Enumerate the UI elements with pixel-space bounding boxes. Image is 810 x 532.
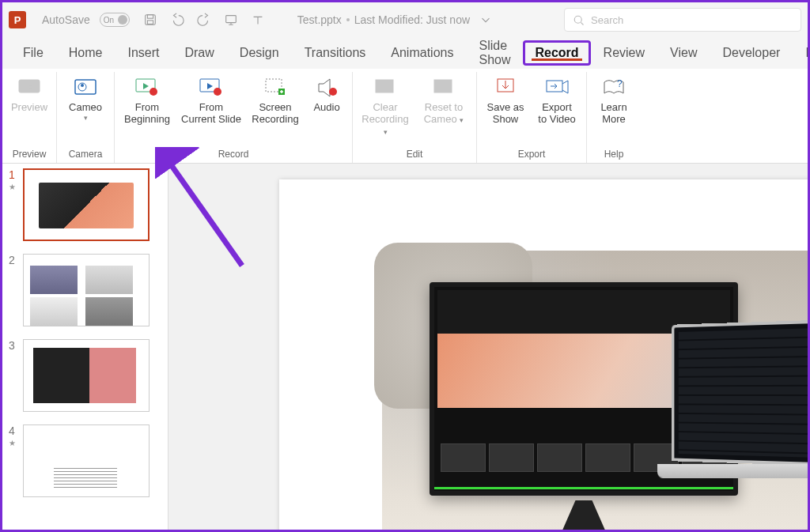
export-video-icon: [543, 75, 570, 99]
save-as-show-button[interactable]: Save as Show: [482, 74, 529, 127]
svg-marker-14: [207, 83, 213, 89]
group-preview: Preview Preview: [2, 72, 57, 163]
document-title: Test.pptx Last Modified: Just now: [297, 12, 497, 28]
group-label-preview: Preview: [7, 147, 51, 163]
tab-design[interactable]: Design: [227, 41, 292, 65]
autosave-toggle[interactable]: On: [100, 13, 130, 27]
svg-marker-11: [143, 83, 149, 89]
group-label-export: Export: [482, 147, 581, 163]
current-slide[interactable]: [279, 179, 808, 530]
autosave-label: AutoSave: [42, 13, 90, 26]
undo-icon[interactable]: [169, 12, 185, 28]
filename-label: Test.pptx: [297, 13, 342, 26]
group-label-help: Help: [592, 147, 636, 163]
search-placeholder: Search: [591, 14, 623, 26]
title-dropdown-icon[interactable]: [478, 12, 494, 28]
slide-thumbnails: 1 ★ 2 3 4 ★: [2, 164, 168, 530]
svg-point-4: [574, 16, 581, 23]
tab-home[interactable]: Home: [56, 41, 115, 65]
cameo-button[interactable]: Cameo ▾: [62, 74, 109, 123]
tab-slideshow[interactable]: Slide Show: [466, 34, 523, 72]
preview-icon: [16, 75, 43, 99]
group-label-record: Record: [119, 147, 347, 163]
slide-image: [382, 251, 808, 530]
thumbnail-3[interactable]: 3: [9, 339, 161, 412]
reset-cameo-icon: [430, 75, 457, 99]
tab-transitions[interactable]: Transitions: [292, 41, 379, 65]
screen-recording-button[interactable]: Screen Recording: [248, 74, 303, 127]
learn-more-button[interactable]: ? Learn More: [592, 74, 636, 127]
slideshow-qat-icon[interactable]: [223, 12, 239, 28]
screen-recording-icon: [262, 75, 289, 99]
svg-text:?: ?: [617, 78, 623, 89]
group-label-camera: Camera: [62, 147, 109, 163]
slide-number: 4: [9, 424, 18, 437]
slide-canvas[interactable]: [168, 164, 808, 530]
search-input[interactable]: Search: [564, 8, 801, 32]
svg-point-12: [150, 88, 157, 96]
group-help: ? Learn More Help: [587, 72, 641, 163]
tab-developer[interactable]: Developer: [710, 41, 793, 65]
svg-point-9: [81, 84, 84, 87]
tab-review[interactable]: Review: [591, 41, 657, 65]
chevron-down-icon: ▾: [84, 114, 88, 122]
svg-point-15: [214, 88, 221, 96]
save-icon[interactable]: [142, 12, 158, 28]
slide-number: 3: [9, 339, 18, 352]
clear-recording-button: Clear Recording ▾: [358, 74, 413, 139]
preview-button: Preview: [7, 74, 51, 115]
group-export: Save as Show Export to Video Export: [477, 72, 587, 163]
tab-animations[interactable]: Animations: [378, 41, 466, 65]
group-camera: Cameo ▾ Camera: [57, 72, 115, 163]
slide-number: 1: [9, 168, 18, 181]
audio-button[interactable]: Audio: [306, 74, 347, 115]
group-edit: Clear Recording ▾ Reset to Cameo ▾ Edit: [353, 72, 477, 163]
save-as-show-icon: [492, 75, 519, 99]
clear-recording-icon: [372, 75, 399, 99]
tab-insert[interactable]: Insert: [115, 41, 172, 65]
cameo-icon: [72, 75, 99, 99]
from-beginning-icon: [134, 75, 161, 99]
qat-overflow-icon[interactable]: [250, 12, 266, 28]
group-record: From Beginning From Current Slide Screen…: [115, 72, 353, 163]
redo-icon[interactable]: [196, 12, 212, 28]
animation-star-icon: ★: [9, 183, 18, 191]
tab-file[interactable]: File: [10, 41, 56, 65]
thumbnail-4[interactable]: 4 ★: [9, 424, 161, 497]
modified-label: Last Modified: Just now: [354, 13, 470, 26]
svg-rect-19: [376, 80, 393, 92]
ribbon: Preview Preview Cameo ▾ Camera From Begi: [2, 69, 808, 164]
svg-rect-1: [147, 15, 153, 19]
tab-help[interactable]: Help: [793, 41, 810, 65]
tab-record[interactable]: Record: [523, 40, 590, 66]
from-current-icon: [198, 75, 225, 99]
animation-star-icon: ★: [9, 439, 18, 447]
search-icon: [573, 14, 585, 26]
learn-more-icon: ?: [600, 75, 627, 99]
svg-rect-2: [147, 21, 153, 25]
title-bar: P AutoSave On Test.pptx Last Modified: J…: [2, 2, 808, 37]
from-current-slide-button[interactable]: From Current Slide: [178, 74, 244, 127]
export-to-video-button[interactable]: Export to Video: [532, 74, 581, 127]
svg-rect-0: [145, 15, 155, 25]
svg-point-18: [329, 88, 337, 96]
tab-view[interactable]: View: [657, 41, 710, 65]
ribbon-tabs: File Home Insert Draw Design Transitions…: [2, 37, 808, 69]
group-label-edit: Edit: [358, 147, 471, 163]
reset-to-cameo-button: Reset to Cameo ▾: [416, 74, 471, 127]
audio-icon: [313, 75, 340, 99]
svg-point-21: [440, 83, 446, 89]
thumbnail-1[interactable]: 1 ★: [9, 168, 161, 241]
svg-rect-3: [225, 16, 236, 23]
app-icon: P: [9, 11, 26, 28]
workspace: 1 ★ 2 3 4 ★: [2, 164, 808, 530]
slide-number: 2: [9, 254, 18, 266]
tab-draw[interactable]: Draw: [172, 41, 226, 65]
thumbnail-2[interactable]: 2: [9, 254, 161, 326]
from-beginning-button[interactable]: From Beginning: [119, 74, 175, 127]
